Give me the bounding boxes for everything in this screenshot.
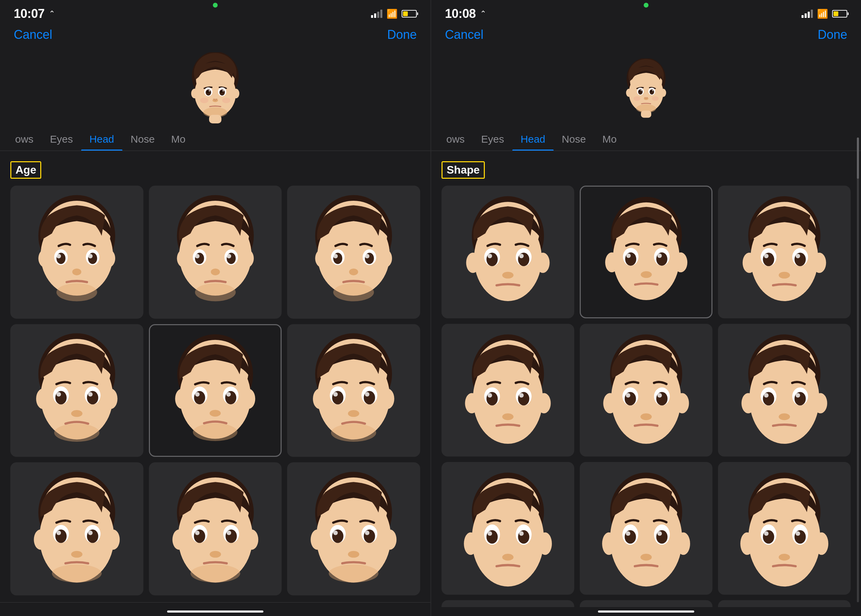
svg-point-298	[815, 532, 828, 555]
svg-point-11	[222, 90, 224, 91]
svg-point-41	[211, 269, 220, 275]
svg-point-201	[466, 253, 480, 273]
battery-left	[401, 10, 417, 17]
shape-r-cell-5[interactable]	[718, 324, 851, 457]
svg-point-133	[311, 530, 324, 550]
age-section: Age	[0, 151, 430, 602]
age-cell-2[interactable]	[287, 185, 420, 319]
svg-point-10	[209, 90, 210, 91]
tab-mouth-right[interactable]: Mo	[594, 128, 625, 151]
svg-point-234	[488, 393, 492, 398]
svg-point-29	[38, 249, 52, 267]
tab-brows-right[interactable]: ows	[438, 128, 473, 151]
shape-r-cell-6[interactable]	[441, 462, 574, 595]
scrollbar-thumb-right[interactable]	[857, 137, 859, 179]
shape-r-cell-4[interactable]	[580, 324, 713, 457]
svg-point-238	[537, 393, 551, 413]
svg-point-56	[379, 249, 392, 267]
svg-point-271	[519, 531, 524, 536]
svg-point-200	[502, 272, 514, 278]
svg-point-226	[812, 253, 826, 273]
svg-point-105	[88, 531, 93, 535]
time-left: 10:07	[14, 6, 45, 21]
green-dot-right	[644, 3, 649, 8]
avatar-preview-right	[431, 49, 861, 128]
top-bar-left: Cancel Done	[0, 24, 430, 49]
memoji-avatar-left	[181, 52, 250, 124]
age-cell-3[interactable]	[10, 324, 143, 457]
done-button-right[interactable]: Done	[818, 27, 847, 42]
signal-right	[801, 9, 813, 18]
shape-r-cell-0[interactable]	[441, 185, 574, 318]
shape-section-right: Shape	[431, 151, 861, 607]
shape-grid-right	[441, 185, 851, 607]
tab-eyes-left[interactable]: Eyes	[42, 128, 81, 151]
svg-point-135	[329, 564, 379, 583]
shape-r-cell-1-selected[interactable]	[580, 185, 713, 318]
svg-point-31	[57, 283, 97, 302]
age-cell-5[interactable]	[287, 324, 420, 457]
svg-point-81	[175, 389, 189, 409]
svg-point-286	[677, 532, 690, 555]
shape-r-cell-2[interactable]	[718, 185, 851, 318]
content-area-left: Age Shape	[0, 151, 430, 607]
top-bar-right: Cancel Done	[431, 24, 861, 49]
svg-point-132	[348, 551, 359, 558]
tab-head-left[interactable]: Head	[81, 128, 123, 151]
svg-point-121	[244, 530, 258, 550]
tab-head-right[interactable]: Head	[512, 128, 554, 151]
tab-nose-right[interactable]: Nose	[554, 128, 594, 151]
svg-point-182	[641, 90, 642, 91]
svg-point-30	[102, 249, 115, 267]
cancel-button-right[interactable]: Cancel	[445, 27, 483, 42]
shape-r-cell-8[interactable]	[718, 462, 851, 595]
tab-nose-left[interactable]: Nose	[123, 128, 163, 151]
age-cell-0[interactable]	[10, 185, 143, 319]
svg-point-236	[502, 413, 514, 420]
svg-point-261	[741, 393, 755, 413]
svg-point-67	[71, 410, 82, 417]
tab-brows-left[interactable]: ows	[7, 128, 42, 151]
age-cell-4-selected[interactable]	[149, 324, 282, 457]
right-panel: 10:08 ⌃ 📶 Cancel Done	[430, 0, 861, 616]
shape-r-cell-7[interactable]	[580, 462, 713, 595]
svg-point-199	[519, 254, 524, 258]
svg-point-224	[779, 272, 790, 278]
svg-point-8	[207, 91, 209, 93]
age-cell-8[interactable]	[287, 462, 420, 596]
shape-r-cell-10[interactable]	[580, 600, 713, 607]
svg-point-80	[210, 410, 221, 416]
done-button-left[interactable]: Done	[387, 27, 417, 42]
svg-point-260	[779, 413, 790, 420]
svg-point-214	[674, 253, 687, 273]
svg-point-237	[465, 393, 478, 413]
svg-point-131	[365, 531, 370, 535]
svg-point-68	[36, 389, 49, 409]
svg-point-272	[502, 554, 514, 561]
svg-point-26	[57, 254, 61, 258]
svg-point-248	[641, 413, 652, 420]
svg-point-120	[172, 530, 186, 550]
signal-left	[371, 9, 382, 18]
shape-r-cell-9[interactable]	[441, 600, 574, 607]
shape-r-cell-3[interactable]	[441, 324, 574, 457]
svg-point-130	[334, 531, 338, 535]
bottom-line-right	[598, 611, 694, 613]
cancel-button-left[interactable]: Cancel	[14, 27, 52, 42]
svg-point-187	[633, 96, 640, 101]
svg-point-109	[52, 564, 102, 583]
age-cell-6[interactable]	[10, 462, 143, 596]
age-cell-7[interactable]	[149, 462, 282, 596]
svg-point-104	[57, 531, 61, 535]
svg-point-188	[652, 96, 659, 101]
bottom-line-left	[167, 611, 263, 613]
svg-point-107	[34, 530, 47, 550]
age-cell-1[interactable]	[149, 185, 282, 319]
shape-r-cell-11[interactable]	[718, 600, 851, 607]
scrollbar-track-right[interactable]	[857, 137, 859, 602]
tab-eyes-right[interactable]: Eyes	[473, 128, 512, 151]
svg-point-285	[602, 532, 615, 555]
tab-mouth-left[interactable]: Mo	[163, 128, 194, 151]
svg-point-296	[779, 554, 790, 561]
svg-point-270	[488, 531, 492, 536]
